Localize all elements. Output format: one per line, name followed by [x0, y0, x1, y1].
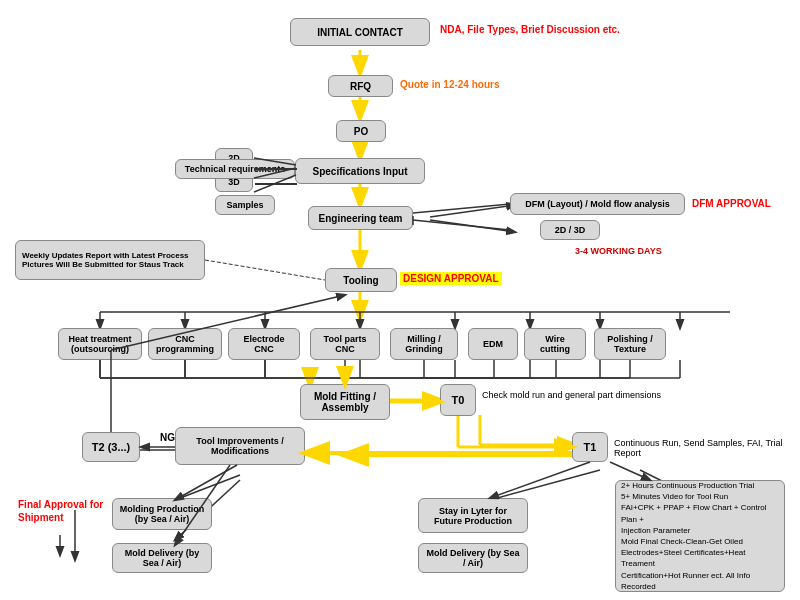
stay-in-lyter-box: Stay in Lyter for Future Production [418, 498, 528, 533]
svg-line-43 [413, 204, 510, 213]
electrode-cnc-label: Electrode CNC [234, 334, 294, 354]
svg-line-65 [610, 462, 650, 480]
weekly-update-label: Weekly Updates Report with Latest Proces… [22, 251, 198, 269]
mold-delivery-right-box: Mold Delivery (by Sea / Air) [418, 543, 528, 573]
svg-line-36 [490, 470, 600, 500]
rfq-box: RFQ [328, 75, 393, 97]
t0-label: T0 [452, 394, 465, 406]
samples-box: Samples [215, 195, 275, 215]
t2-box: T2 (3...) [82, 432, 140, 462]
tool-parts-cnc-box: Tool parts CNC [310, 328, 380, 360]
design-approval-label: DESIGN APPROVAL [400, 272, 502, 285]
diagram: INITIAL CONTACT NDA, File Types, Brief D… [0, 0, 800, 600]
spec-input-box: Specifications Input [295, 158, 425, 184]
t1-label: T1 [584, 441, 597, 453]
dfm-box: DFM (Layout) / Mold flow analysis [510, 193, 685, 215]
polishing-box: Polishing / Texture [594, 328, 666, 360]
svg-line-6 [430, 220, 515, 232]
cnc-programming-box: CNC programming [148, 328, 222, 360]
po-box: PO [336, 120, 386, 142]
electrode-cnc-box: Electrode CNC [228, 328, 300, 360]
milling-box: Milling / Grinding [390, 328, 458, 360]
tool-parts-cnc-label: Tool parts CNC [316, 334, 374, 354]
initial-contact-box: INITIAL CONTACT [290, 18, 430, 46]
eng-team-box: Engineering team [308, 206, 413, 230]
molding-production-label: Molding Production (by Sea / Air) [118, 504, 206, 524]
tool-improvements-box: Tool Improvements / Modifications [175, 427, 305, 465]
svg-line-64 [490, 462, 590, 498]
rfq-note: Quote in 12-24 hours [400, 79, 499, 90]
edm-box: EDM [468, 328, 518, 360]
svg-line-5 [430, 205, 515, 217]
mold-fitting-label: Mold Fitting / Assembly [306, 391, 384, 413]
tooling-label: Tooling [343, 275, 378, 286]
initial-contact-note: NDA, File Types, Brief Discussion etc. [440, 24, 620, 35]
mold-delivery-right-label: Mold Delivery (by Sea / Air) [424, 548, 522, 568]
svg-line-46 [205, 260, 325, 280]
rfq-label: RFQ [350, 81, 371, 92]
edm-label: EDM [483, 339, 503, 349]
po-label: PO [354, 126, 368, 137]
tool-improvements-label: Tool Improvements / Modifications [181, 436, 299, 456]
weekly-update-box: Weekly Updates Report with Latest Proces… [15, 240, 205, 280]
svg-line-34 [175, 475, 240, 500]
initial-contact-label: INITIAL CONTACT [317, 27, 403, 38]
dfm-label: DFM (Layout) / Mold flow analysis [525, 199, 670, 209]
svg-line-62 [175, 465, 237, 500]
eng-team-label: Engineering team [319, 213, 403, 224]
t1-detail-label: 2+ Hours Continuous Production Trial 5+ … [621, 480, 779, 592]
dfm-approval-label: DFM APPROVAL [692, 198, 771, 209]
spec-input-label: Specifications Input [312, 166, 407, 177]
mold-delivery-bottom-box: Mold Delivery (by Sea / Air) [112, 543, 212, 573]
mold-delivery-bottom-label: Mold Delivery (by Sea / Air) [118, 548, 206, 568]
two-d-3d-box: 2D / 3D [540, 220, 600, 240]
wire-cutting-label: Wire cutting [530, 334, 580, 354]
working-days-label: 3-4 WORKING DAYS [575, 246, 662, 256]
cnc-programming-label: CNC programming [154, 334, 216, 354]
heat-treatment-box: Heat treatment (outsourcing) [58, 328, 142, 360]
ng-label: NG [160, 432, 175, 443]
t1-detail-box: 2+ Hours Continuous Production Trial 5+ … [615, 480, 785, 592]
stay-in-lyter-label: Stay in Lyter for Future Production [424, 506, 522, 526]
two-d-3d-label: 2D / 3D [555, 225, 586, 235]
samples-label: Samples [226, 200, 263, 210]
tooling-box: Tooling [325, 268, 397, 292]
polishing-label: Polishing / Texture [600, 334, 660, 354]
t0-box: T0 [440, 384, 476, 416]
svg-line-44 [413, 220, 510, 230]
t1-note: Continuous Run, Send Samples, FAI, Trial… [614, 438, 800, 458]
t2-label: T2 (3...) [92, 441, 131, 453]
final-approval-text: Final Approval for Shipment [18, 499, 103, 523]
t1-box: T1 [572, 432, 608, 462]
molding-production-box: Molding Production (by Sea / Air) [112, 498, 212, 530]
t0-note: Check mold run and general part dimensio… [482, 390, 661, 400]
milling-label: Milling / Grinding [396, 334, 452, 354]
final-approval-label: Final Approval for Shipment [18, 498, 108, 524]
heat-treatment-label: Heat treatment (outsourcing) [64, 334, 136, 354]
wire-cutting-box: Wire cutting [524, 328, 586, 360]
mold-fitting-box: Mold Fitting / Assembly [300, 384, 390, 420]
